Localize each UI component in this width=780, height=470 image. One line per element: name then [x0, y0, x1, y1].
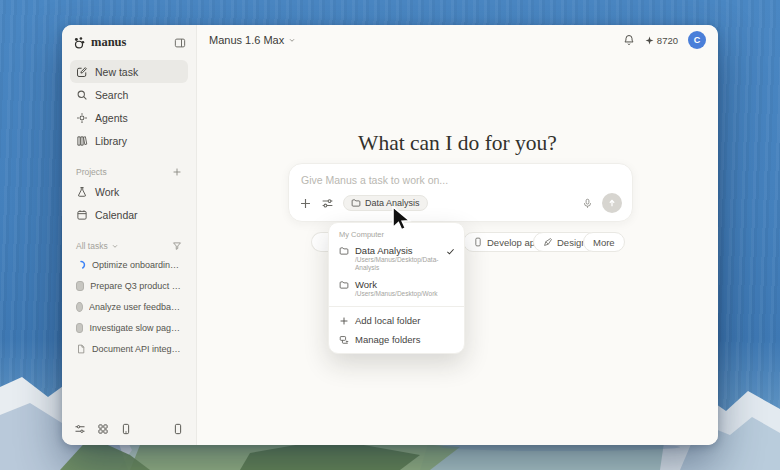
sidebar-item-label: Search — [95, 89, 128, 101]
plus-icon — [339, 316, 349, 326]
action-label: Add local folder — [355, 315, 420, 326]
attach-plus-icon[interactable] — [299, 197, 312, 210]
credits-count: 8720 — [657, 35, 678, 46]
partially-hidden-chip[interactable] — [311, 232, 329, 252]
app-name: manus — [91, 35, 126, 50]
selected-folder-chip[interactable]: Data Analysis — [343, 195, 428, 211]
sidebar-bottom-bar — [74, 423, 184, 435]
chip-label: More — [593, 237, 615, 248]
sidebar-item-search[interactable]: Search — [70, 83, 188, 106]
task-item[interactable]: Analyze user feedback from beta test — [70, 296, 188, 317]
dropdown-item-data-analysis[interactable]: Data Analysis /Users/Manus/Desktop/Data-… — [329, 242, 464, 276]
library-icon — [76, 135, 88, 147]
send-button[interactable] — [602, 193, 622, 213]
collapse-sidebar-icon[interactable] — [174, 37, 186, 49]
task-input-card[interactable]: Give Manus a task to work on... Data Ana… — [288, 163, 633, 222]
main-header: Manus 1.6 Max 8720 C — [197, 25, 718, 55]
manus-logo-icon — [72, 36, 86, 50]
folder-icon — [339, 246, 349, 256]
search-icon — [76, 89, 88, 101]
task-input-placeholder: Give Manus a task to work on... — [301, 174, 448, 186]
preferences-sliders-icon[interactable] — [74, 423, 86, 435]
manage-folders-icon — [339, 335, 349, 345]
sidebar-item-label: Calendar — [95, 209, 138, 221]
task-item[interactable]: Investigate slow page load reports — [70, 317, 188, 338]
chevron-down-icon — [288, 36, 296, 44]
manus-app-window: manus New task Search Agents — [62, 25, 718, 445]
sidebar-item-new-task[interactable]: New task — [70, 60, 188, 83]
task-thumbnail-icon — [76, 302, 83, 312]
model-name: Manus 1.6 Max — [209, 34, 284, 46]
folder-chip-label: Data Analysis — [365, 198, 420, 208]
dropdown-item-label: Work — [355, 279, 438, 290]
sidebar-item-agents[interactable]: Agents — [70, 106, 188, 129]
projects-header-label: Projects — [76, 167, 107, 177]
device-icon[interactable] — [172, 423, 184, 435]
all-tasks-section-header[interactable]: All tasks — [70, 238, 188, 254]
agents-icon — [76, 112, 88, 124]
sidebar-project-calendar[interactable]: Calendar — [70, 203, 188, 226]
sidebar-project-work[interactable]: Work — [70, 180, 188, 203]
task-item[interactable]: Prepare Q3 product roadmap — [70, 275, 188, 296]
sidebar-item-library[interactable]: Library — [70, 129, 188, 152]
design-pen-icon — [543, 237, 553, 247]
microphone-icon[interactable] — [582, 198, 593, 209]
dropdown-divider — [329, 306, 464, 307]
sidebar-item-label: New task — [95, 66, 138, 78]
credits-badge[interactable]: 8720 — [645, 35, 678, 46]
user-avatar[interactable]: C — [688, 31, 706, 49]
task-item[interactable]: Optimize onboarding flow — [70, 254, 188, 275]
task-label: Optimize onboarding flow — [92, 260, 182, 270]
dropdown-item-texts: Data Analysis /Users/Manus/Desktop/Data-… — [355, 245, 440, 272]
sidebar-header: manus — [70, 34, 188, 60]
dropdown-item-path: /Users/Manus/Desktop/Work — [355, 290, 438, 298]
task-label: Document API integration guidelin... — [92, 344, 182, 354]
task-in-progress-spinner-icon — [76, 260, 86, 270]
model-selector[interactable]: Manus 1.6 Max — [209, 34, 296, 46]
filter-icon[interactable] — [172, 241, 182, 251]
action-label: Manage folders — [355, 334, 420, 345]
dropdown-item-path: /Users/Manus/Desktop/Data-Analysis — [355, 256, 440, 272]
apps-grid-icon[interactable] — [97, 423, 109, 435]
add-project-icon[interactable] — [172, 167, 182, 177]
flask-icon — [76, 186, 88, 198]
new-task-icon — [76, 66, 88, 78]
add-local-folder-action[interactable]: Add local folder — [329, 311, 464, 330]
sidebar-item-label: Agents — [95, 112, 128, 124]
manage-folders-action[interactable]: Manage folders — [329, 330, 464, 349]
folder-dropdown-menu: My Computer Data Analysis /Users/Manus/D… — [328, 222, 465, 354]
mobile-app-icon — [473, 237, 483, 247]
suggestion-chip-more[interactable]: More — [583, 232, 625, 252]
task-thumbnail-icon — [76, 323, 83, 333]
page-title: What can I do for you? — [197, 131, 718, 156]
calendar-icon — [76, 209, 88, 221]
chevron-down-icon — [111, 242, 119, 250]
sidebar-item-label: Library — [95, 135, 127, 147]
dropdown-item-work[interactable]: Work /Users/Manus/Desktop/Work — [329, 276, 464, 302]
document-icon — [76, 344, 86, 354]
main-area: Manus 1.6 Max 8720 C What can I do for y — [197, 25, 718, 445]
notifications-bell-icon[interactable] — [623, 34, 635, 46]
projects-section-header: Projects — [70, 164, 188, 180]
task-item[interactable]: Document API integration guidelin... — [70, 338, 188, 359]
dropdown-section-label: My Computer — [329, 228, 464, 242]
folder-icon — [351, 198, 361, 208]
task-thumbnail-icon — [76, 281, 84, 291]
sidebar-item-label: Work — [95, 186, 119, 198]
mobile-phone-icon[interactable] — [120, 423, 132, 435]
folder-icon — [339, 280, 349, 290]
spark-icon — [645, 36, 654, 45]
all-tasks-header-label: All tasks — [76, 241, 108, 251]
header-right-controls: 8720 C — [623, 31, 706, 49]
sidebar: manus New task Search Agents — [62, 25, 197, 445]
task-label: Prepare Q3 product roadmap — [90, 281, 182, 291]
input-toolbar: Data Analysis — [299, 193, 622, 213]
task-label: Analyze user feedback from beta test — [89, 302, 182, 312]
task-label: Investigate slow page load reports — [89, 323, 182, 333]
dropdown-item-label: Data Analysis — [355, 245, 440, 256]
dropdown-item-texts: Work /Users/Manus/Desktop/Work — [355, 279, 438, 298]
tools-tune-icon[interactable] — [321, 197, 334, 210]
check-icon — [446, 247, 455, 256]
